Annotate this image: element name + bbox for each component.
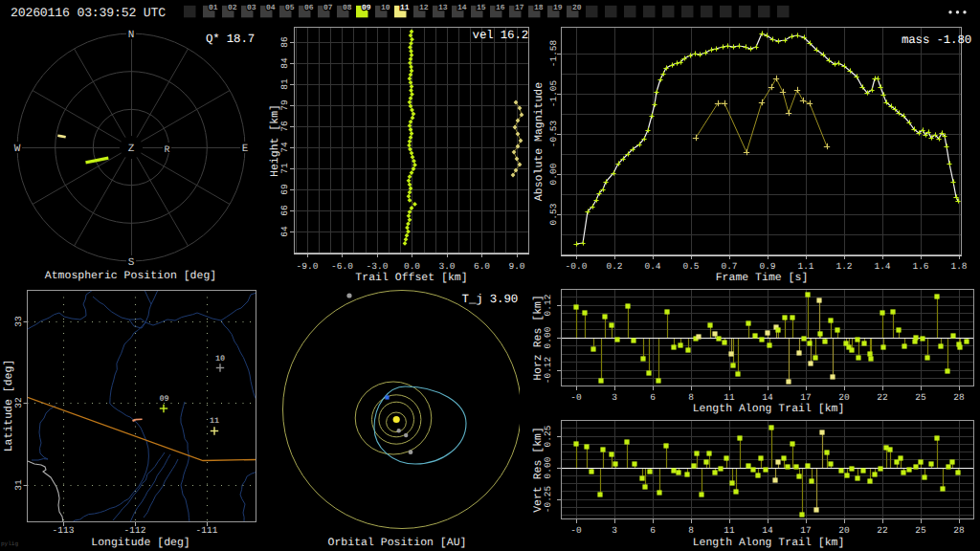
svg-text:11: 11 xyxy=(210,416,219,426)
svg-text:Atmospheric Position [deg]: Atmospheric Position [deg] xyxy=(45,270,216,282)
svg-text:05: 05 xyxy=(285,4,295,12)
svg-text:1.2: 1.2 xyxy=(835,261,852,272)
svg-text:-0.0: -0.0 xyxy=(566,261,588,272)
svg-text:0.4: 0.4 xyxy=(644,261,660,272)
svg-text:31: 31 xyxy=(13,479,24,491)
svg-text:0.7: 0.7 xyxy=(721,261,737,272)
svg-text:14: 14 xyxy=(762,392,773,403)
svg-text:9.0: 9.0 xyxy=(508,261,524,272)
svg-text:8: 8 xyxy=(688,525,694,536)
svg-text:0.25: 0.25 xyxy=(543,425,553,447)
svg-text:17: 17 xyxy=(800,525,811,536)
svg-text:6: 6 xyxy=(650,392,656,403)
svg-text:22: 22 xyxy=(877,525,888,536)
svg-text:17: 17 xyxy=(800,392,811,403)
svg-text:1.6: 1.6 xyxy=(912,261,928,272)
svg-text:Q* 18.7: Q* 18.7 xyxy=(206,33,255,46)
svg-text:1.1: 1.1 xyxy=(797,261,813,272)
svg-text:Absolute Magnitude: Absolute Magnitude xyxy=(533,82,546,201)
svg-text:18: 18 xyxy=(534,4,544,12)
svg-text:14: 14 xyxy=(457,4,467,12)
svg-text:04: 04 xyxy=(266,4,276,12)
svg-text:22: 22 xyxy=(877,392,888,403)
svg-text:08: 08 xyxy=(343,4,352,12)
svg-text:13: 13 xyxy=(438,4,448,12)
svg-text:1.8: 1.8 xyxy=(950,261,967,272)
svg-text:Latitude [deg]: Latitude [deg] xyxy=(3,360,15,452)
svg-text:Z: Z xyxy=(128,143,135,155)
svg-text:-9.0: -9.0 xyxy=(297,261,319,272)
svg-text:W: W xyxy=(14,143,21,155)
svg-text:10: 10 xyxy=(215,354,225,364)
svg-text:12: 12 xyxy=(419,4,429,12)
svg-text:Horz Res [km]: Horz Res [km] xyxy=(532,295,545,381)
svg-text:-1.58: -1.58 xyxy=(548,39,559,67)
svg-text:6.0: 6.0 xyxy=(474,261,490,272)
svg-text:Trail Offset [km]: Trail Offset [km] xyxy=(355,272,467,284)
svg-text:Orbital Position [AU]: Orbital Position [AU] xyxy=(328,537,467,549)
svg-text:19: 19 xyxy=(553,4,563,12)
svg-text:E: E xyxy=(242,143,249,155)
svg-text:3: 3 xyxy=(612,392,617,403)
svg-text:R: R xyxy=(164,145,169,156)
svg-text:0.9: 0.9 xyxy=(759,261,775,272)
svg-text:Length Along Trail [km]: Length Along Trail [km] xyxy=(693,403,845,415)
svg-text:Frame Time [s]: Frame Time [s] xyxy=(716,272,809,284)
svg-text:14: 14 xyxy=(762,525,773,536)
svg-text:25: 25 xyxy=(915,525,926,536)
svg-text:0.5: 0.5 xyxy=(682,261,699,272)
svg-text:84: 84 xyxy=(279,57,290,69)
svg-text:86: 86 xyxy=(279,36,290,48)
svg-text:-6.0: -6.0 xyxy=(331,261,353,272)
svg-text:Vert Res [km]: Vert Res [km] xyxy=(532,427,545,513)
svg-text:mass -1.80: mass -1.80 xyxy=(902,33,971,47)
svg-text:11: 11 xyxy=(724,392,735,403)
svg-text:3: 3 xyxy=(612,525,617,536)
svg-text:8: 8 xyxy=(688,392,694,403)
svg-text:28: 28 xyxy=(953,525,965,536)
svg-text:81: 81 xyxy=(279,78,290,90)
svg-text:20260116 03:39:52 UTC: 20260116 03:39:52 UTC xyxy=(11,6,166,20)
svg-text:vel 16.2: vel 16.2 xyxy=(473,29,528,42)
svg-text:28: 28 xyxy=(953,392,965,403)
svg-text:20: 20 xyxy=(838,392,850,403)
svg-text:15: 15 xyxy=(477,4,486,12)
svg-text:07: 07 xyxy=(323,4,333,12)
svg-text:20: 20 xyxy=(572,4,582,12)
svg-text:69: 69 xyxy=(279,184,290,195)
svg-text:0.2: 0.2 xyxy=(606,261,622,272)
svg-text:T_j 3.90: T_j 3.90 xyxy=(462,293,518,306)
svg-text:0.00: 0.00 xyxy=(543,456,553,478)
svg-text:20: 20 xyxy=(838,525,850,536)
svg-text:02: 02 xyxy=(228,4,237,12)
svg-text:06: 06 xyxy=(304,4,314,12)
svg-text:-0: -0 xyxy=(570,525,582,536)
svg-text:6: 6 xyxy=(650,525,656,536)
svg-text:09: 09 xyxy=(362,4,371,12)
svg-text:09: 09 xyxy=(159,394,168,404)
svg-text:17: 17 xyxy=(515,4,524,12)
svg-text:Length Along Trail [km]: Length Along Trail [km] xyxy=(693,537,845,549)
svg-text:1.4: 1.4 xyxy=(874,261,890,272)
svg-text:11: 11 xyxy=(400,4,410,12)
svg-text:0.00: 0.00 xyxy=(543,326,553,348)
svg-text:11: 11 xyxy=(724,525,735,536)
svg-text:Longitude [deg]: Longitude [deg] xyxy=(91,537,190,549)
svg-text:0.00: 0.00 xyxy=(548,163,559,185)
svg-text:-0: -0 xyxy=(570,392,582,403)
svg-text:03: 03 xyxy=(247,4,256,12)
svg-text:64: 64 xyxy=(279,226,290,237)
svg-text:-0.53: -0.53 xyxy=(548,120,559,147)
svg-text:-112: -112 xyxy=(124,525,146,536)
svg-text:S: S xyxy=(128,257,135,269)
svg-text:16: 16 xyxy=(496,4,505,12)
svg-text:N: N xyxy=(128,30,135,41)
svg-text:01: 01 xyxy=(209,4,218,12)
svg-text:33: 33 xyxy=(13,316,24,327)
svg-text:-0.25: -0.25 xyxy=(543,485,553,513)
svg-text:Height [km]: Height [km] xyxy=(269,104,281,177)
svg-text:0.53: 0.53 xyxy=(548,203,559,225)
svg-text:3.0: 3.0 xyxy=(438,261,455,272)
svg-text:25: 25 xyxy=(915,392,926,403)
svg-text:0.12: 0.12 xyxy=(543,294,553,316)
